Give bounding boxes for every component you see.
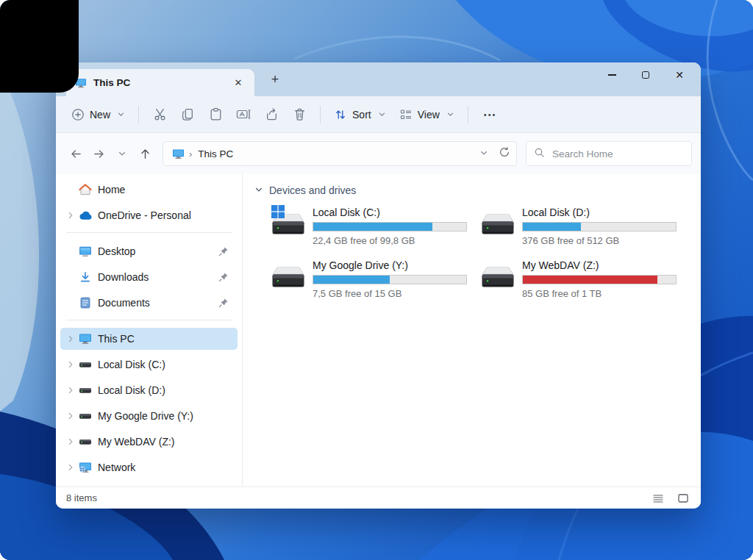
drive-capacity-text: 22,4 GB free of 99,8 GB	[313, 235, 459, 246]
sidebar-item-onedrive-personal[interactable]: OneDrive - Personal	[60, 204, 238, 226]
forward-button[interactable]	[88, 142, 110, 165]
sort-button[interactable]: Sort	[327, 104, 393, 126]
paste-button[interactable]	[201, 102, 229, 127]
hdd-icon	[78, 412, 93, 420]
sidebar-item-home[interactable]: Home	[60, 179, 238, 201]
file-explorer-window: This PC ✕ + ✕ New	[56, 62, 701, 509]
new-button[interactable]: New	[65, 104, 132, 126]
tab-close-icon[interactable]: ✕	[229, 74, 247, 92]
chevron-down-icon	[378, 110, 386, 118]
hard-drive-icon	[481, 207, 516, 240]
drive-name: My WebDAV (Z:)	[522, 259, 668, 272]
new-button-label: New	[90, 109, 110, 121]
chevron-right-icon[interactable]	[63, 463, 78, 472]
chevron-right-icon[interactable]	[63, 412, 78, 420]
refresh-icon[interactable]	[499, 146, 510, 161]
sidebar-item-label: Local Disk (C:)	[98, 359, 235, 370]
desktop-icon	[78, 245, 93, 257]
pin-icon	[217, 298, 230, 308]
pin-icon	[217, 246, 230, 256]
section-devices-and-drives[interactable]: Devices and drives	[254, 184, 689, 196]
address-bar[interactable]: › This PC	[163, 141, 517, 166]
close-button[interactable]: ✕	[663, 64, 696, 86]
drive-capacity-text: 376 GB free of 512 GB	[522, 235, 668, 246]
more-options-button[interactable]: •••	[475, 110, 506, 119]
chevron-down-icon[interactable]	[254, 184, 263, 196]
chevron-right-icon[interactable]	[63, 211, 78, 220]
toolbar-separator	[138, 106, 139, 123]
minimize-button[interactable]	[595, 64, 629, 86]
capacity-bar	[313, 222, 467, 231]
files-pane: Devices and drives Local Disk (C:)22,4 G…	[243, 174, 701, 487]
tab-this-pc[interactable]: This PC ✕	[66, 69, 254, 96]
sidebar-item-label: Network	[98, 462, 235, 473]
up-button[interactable]	[134, 142, 157, 165]
chevron-right-icon[interactable]	[63, 334, 78, 343]
sidebar-item-my-google-drive-y[interactable]: My Google Drive (Y:)	[60, 405, 238, 427]
breadcrumb-location[interactable]: This PC	[198, 148, 475, 159]
drive-tile-local-disk-c[interactable]: Local Disk (C:)22,4 GB free of 99,8 GB	[268, 205, 462, 248]
search-box[interactable]	[526, 141, 692, 166]
share-button[interactable]	[257, 102, 285, 127]
sidebar-item-desktop[interactable]: Desktop	[60, 240, 238, 262]
corner-overlay-shape	[0, 0, 79, 93]
hdd-icon	[78, 361, 93, 369]
sidebar-item-this-pc[interactable]: This PC	[60, 328, 238, 350]
capacity-bar	[522, 222, 677, 231]
capacity-bar-fill	[313, 223, 432, 231]
maximize-button[interactable]	[629, 64, 663, 86]
chevron-right-icon[interactable]	[63, 360, 78, 369]
address-row: › This PC	[56, 133, 701, 174]
capacity-bar-fill	[523, 223, 581, 231]
maximize-icon	[642, 71, 649, 79]
recent-locations-button[interactable]	[111, 142, 134, 165]
sidebar-item-label: My Google Drive (Y:)	[98, 410, 235, 422]
large-icons-view-icon[interactable]	[676, 491, 690, 506]
navigation-pane: HomeOneDrive - PersonalDesktopDownloadsD…	[56, 174, 243, 487]
chevron-right-icon[interactable]	[63, 386, 78, 395]
hard-drive-icon	[271, 207, 307, 240]
sidebar-item-documents[interactable]: Documents	[60, 292, 238, 314]
address-dropdown-icon[interactable]	[479, 147, 488, 160]
view-layout-icon	[399, 108, 413, 121]
drive-name: My Google Drive (Y:)	[313, 259, 459, 272]
sidebar-item-local-disk-c[interactable]: Local Disk (C:)	[60, 353, 238, 376]
network-icon	[78, 462, 93, 473]
command-toolbar: New Sort View •••	[56, 96, 701, 133]
minimize-icon	[608, 74, 616, 75]
sidebar-item-my-webdav-z[interactable]: My WebDAV (Z:)	[60, 431, 238, 453]
drive-name: Local Disk (D:)	[522, 207, 668, 219]
chevron-right-icon[interactable]	[63, 437, 78, 446]
drive-tile-local-disk-d[interactable]: Local Disk (D:)376 GB free of 512 GB	[478, 205, 671, 248]
drive-tile-my-google-drive-y[interactable]: My Google Drive (Y:)7,5 GB free of 15 GB	[268, 258, 462, 301]
sidebar-item-label: Home	[98, 184, 235, 195]
copy-button[interactable]	[174, 102, 201, 127]
sidebar-item-downloads[interactable]: Downloads	[60, 266, 238, 288]
sidebar-separator	[66, 232, 232, 233]
view-button[interactable]: View	[393, 104, 461, 126]
sidebar-item-label: This PC	[98, 333, 235, 345]
back-button[interactable]	[65, 142, 88, 165]
drive-tile-my-webdav-z[interactable]: My WebDAV (Z:)85 GB free of 1 TB	[478, 258, 671, 301]
capacity-bar	[522, 275, 677, 284]
titlebar[interactable]: This PC ✕ + ✕	[56, 62, 701, 96]
this-pc-icon	[78, 333, 93, 345]
status-bar: 8 items	[56, 487, 701, 509]
sidebar-item-local-disk-d[interactable]: Local Disk (D:)	[60, 379, 238, 401]
toolbar-separator	[468, 106, 468, 123]
cut-button[interactable]	[146, 102, 174, 127]
details-view-icon[interactable]	[651, 491, 665, 506]
sort-button-label: Sort	[352, 109, 371, 121]
new-tab-button[interactable]: +	[265, 69, 285, 90]
hdd-icon	[78, 438, 93, 446]
sidebar-item-network[interactable]: Network	[60, 456, 238, 478]
sidebar-item-label: Downloads	[98, 271, 217, 283]
search-input[interactable]	[551, 148, 684, 160]
downloads-icon	[78, 271, 93, 283]
rename-button[interactable]	[229, 102, 257, 127]
sidebar-item-label: OneDrive - Personal	[98, 209, 235, 221]
sidebar-item-label: Desktop	[98, 245, 217, 257]
delete-button[interactable]	[285, 102, 313, 127]
sidebar-item-label: Local Disk (D:)	[98, 384, 235, 396]
plus-circle-icon	[71, 108, 85, 121]
